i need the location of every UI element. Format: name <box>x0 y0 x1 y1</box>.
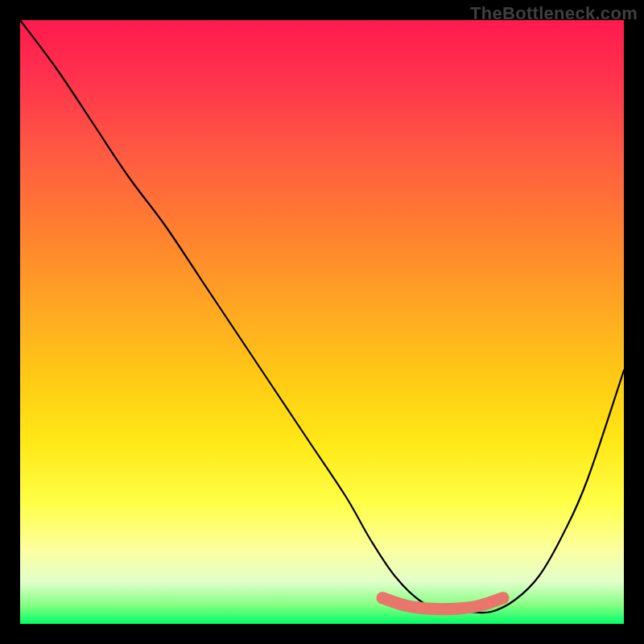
chart-frame <box>20 20 624 624</box>
bottleneck-curve <box>20 20 624 613</box>
watermark-text: TheBottleneck.com <box>470 3 638 24</box>
chart-svg <box>20 20 624 624</box>
optimal-band <box>382 598 503 609</box>
